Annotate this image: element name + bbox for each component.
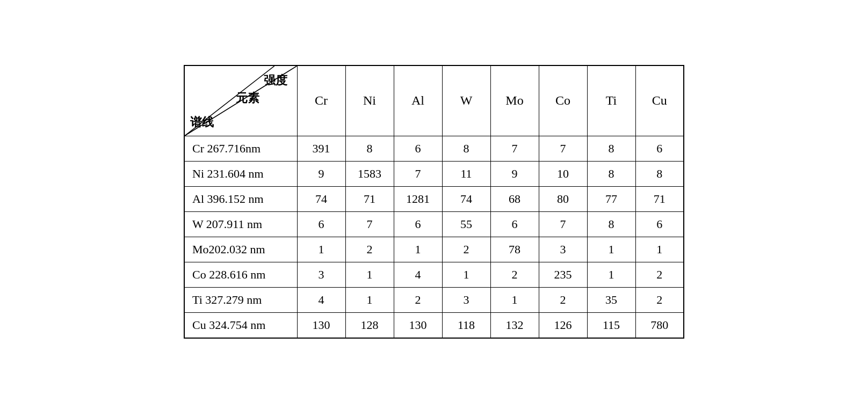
cell-6-3: 3 (442, 287, 490, 312)
cell-3-7: 6 (635, 211, 684, 237)
cell-7-5: 126 (539, 312, 587, 338)
col-header-al: Al (394, 65, 442, 136)
cell-1-0: 9 (297, 161, 345, 186)
cell-0-5: 7 (539, 136, 587, 161)
row-label-7: Cu 324.754 nm (184, 312, 297, 338)
cell-0-7: 6 (635, 136, 684, 161)
row-label-6: Ti 327.279 nm (184, 287, 297, 312)
cell-5-6: 1 (587, 262, 635, 287)
cell-3-0: 6 (297, 211, 345, 237)
cell-0-2: 6 (394, 136, 442, 161)
row-label-3: W 207.911 nm (184, 211, 297, 237)
table-row: Mo202.032 nm121278311 (184, 237, 684, 262)
cell-6-4: 1 (490, 287, 539, 312)
cell-2-2: 1281 (394, 186, 442, 211)
cell-5-2: 4 (394, 262, 442, 287)
cell-4-2: 1 (394, 237, 442, 262)
table-row: Al 396.152 nm747112817468807771 (184, 186, 684, 211)
cell-0-3: 8 (442, 136, 490, 161)
cell-0-6: 8 (587, 136, 635, 161)
cell-5-3: 1 (442, 262, 490, 287)
corner-header: 强度 元素 谱线 (184, 65, 297, 136)
cell-3-2: 6 (394, 211, 442, 237)
col-header-co: Co (539, 65, 587, 136)
col-header-mo: Mo (490, 65, 539, 136)
cell-7-1: 128 (345, 312, 394, 338)
table-row: Co 228.616 nm3141223512 (184, 262, 684, 287)
cell-4-1: 2 (345, 237, 394, 262)
label-qiangdu: 强度 (264, 72, 287, 89)
col-header-ni: Ni (345, 65, 394, 136)
cell-5-5: 235 (539, 262, 587, 287)
table-container: 强度 元素 谱线 Cr Ni Al W Mo Co Ti Cu Cr 267.7… (162, 43, 706, 360)
cell-5-7: 2 (635, 262, 684, 287)
cell-1-2: 7 (394, 161, 442, 186)
data-table: 强度 元素 谱线 Cr Ni Al W Mo Co Ti Cu Cr 267.7… (184, 65, 684, 339)
table-row: Cr 267.716nm3918687786 (184, 136, 684, 161)
cell-3-5: 7 (539, 211, 587, 237)
row-label-4: Mo202.032 nm (184, 237, 297, 262)
label-yuansu: 元素 (236, 90, 259, 106)
cell-1-3: 11 (442, 161, 490, 186)
cell-7-4: 132 (490, 312, 539, 338)
table-row: Ti 327.279 nm412312352 (184, 287, 684, 312)
cell-7-0: 130 (297, 312, 345, 338)
cell-4-5: 3 (539, 237, 587, 262)
cell-5-4: 2 (490, 262, 539, 287)
cell-7-3: 118 (442, 312, 490, 338)
cell-0-0: 391 (297, 136, 345, 161)
cell-4-6: 1 (587, 237, 635, 262)
cell-6-1: 1 (345, 287, 394, 312)
cell-4-4: 78 (490, 237, 539, 262)
cell-3-1: 7 (345, 211, 394, 237)
cell-7-6: 115 (587, 312, 635, 338)
cell-4-0: 1 (297, 237, 345, 262)
cell-3-4: 6 (490, 211, 539, 237)
table-row: Cu 324.754 nm130128130118132126115780 (184, 312, 684, 338)
cell-2-1: 71 (345, 186, 394, 211)
table-row: W 207.911 nm676556786 (184, 211, 684, 237)
cell-4-3: 2 (442, 237, 490, 262)
cell-3-6: 8 (587, 211, 635, 237)
cell-6-2: 2 (394, 287, 442, 312)
cell-2-0: 74 (297, 186, 345, 211)
cell-2-4: 68 (490, 186, 539, 211)
cell-1-6: 8 (587, 161, 635, 186)
cell-2-5: 80 (539, 186, 587, 211)
cell-2-3: 74 (442, 186, 490, 211)
cell-6-6: 35 (587, 287, 635, 312)
cell-4-7: 1 (635, 237, 684, 262)
col-header-cu: Cu (635, 65, 684, 136)
cell-5-0: 3 (297, 262, 345, 287)
cell-6-7: 2 (635, 287, 684, 312)
col-header-ti: Ti (587, 65, 635, 136)
cell-2-6: 77 (587, 186, 635, 211)
row-label-0: Cr 267.716nm (184, 136, 297, 161)
label-puxian: 谱线 (190, 114, 214, 130)
cell-0-1: 8 (345, 136, 394, 161)
cell-7-7: 780 (635, 312, 684, 338)
row-label-5: Co 228.616 nm (184, 262, 297, 287)
row-label-2: Al 396.152 nm (184, 186, 297, 211)
table-row: Ni 231.604 nm9158371191088 (184, 161, 684, 186)
cell-6-5: 2 (539, 287, 587, 312)
cell-6-0: 4 (297, 287, 345, 312)
cell-1-1: 1583 (345, 161, 394, 186)
col-header-w: W (442, 65, 490, 136)
cell-1-4: 9 (490, 161, 539, 186)
cell-2-7: 71 (635, 186, 684, 211)
cell-7-2: 130 (394, 312, 442, 338)
cell-1-7: 8 (635, 161, 684, 186)
cell-5-1: 1 (345, 262, 394, 287)
row-label-1: Ni 231.604 nm (184, 161, 297, 186)
cell-1-5: 10 (539, 161, 587, 186)
col-header-cr: Cr (297, 65, 345, 136)
cell-0-4: 7 (490, 136, 539, 161)
cell-3-3: 55 (442, 211, 490, 237)
